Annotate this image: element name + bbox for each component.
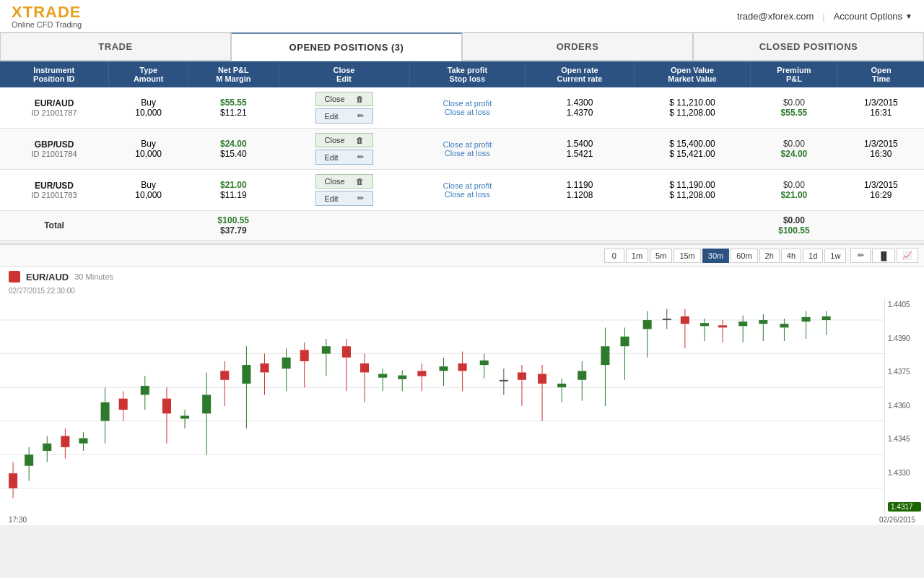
cell-rates: 1.1190 1.1208	[525, 170, 635, 211]
close-at-loss-link[interactable]: Close at loss	[416, 149, 519, 158]
logo: XTRADE Online CFD Trading	[12, 3, 82, 29]
chevron-down-icon: ▼	[905, 12, 912, 20]
table-row: EUR/USD ID 21001783 Buy 10,000 $21.00 $1…	[0, 170, 924, 211]
svg-rect-29	[141, 386, 149, 394]
draw-tool-button[interactable]: ✏	[850, 248, 871, 263]
table-header-row: InstrumentPosition ID TypeAmount Net P&L…	[0, 61, 924, 87]
col-pnl: Net P&LM Margin	[188, 61, 278, 87]
col-type: TypeAmount	[108, 61, 188, 87]
timeframe-15m-button[interactable]: 15m	[674, 249, 700, 263]
col-time: OpenTime	[838, 61, 924, 87]
chart-toolbar: 0 1m 5m 15m 30m 60m 2h 4h 1d 1w ✏ ▐▌ 📈	[0, 245, 924, 267]
svg-rect-82	[500, 380, 508, 381]
cell-tp-sl: Close at profit Close at loss	[410, 129, 525, 170]
close-at-profit-link[interactable]: Close at profit	[416, 99, 519, 108]
timeframe-4h-button[interactable]: 4h	[781, 249, 801, 263]
col-rates: Open rateCurrent rate	[525, 61, 635, 87]
timeframe-1d-button[interactable]: 1d	[803, 249, 823, 263]
cell-instrument: GBP/USD ID 21001784	[0, 129, 108, 170]
svg-rect-111	[700, 323, 709, 326]
timeframe-1w-button[interactable]: 1w	[824, 249, 846, 263]
chart-y-axis: 1.4405 1.4390 1.4375 1.4360 1.4345 1.433…	[884, 298, 924, 514]
timeframe-60m-button[interactable]: 60m	[731, 249, 757, 263]
svg-rect-91	[557, 384, 566, 387]
close-at-profit-link[interactable]: Close at profit	[416, 181, 519, 190]
pencil-icon: ✏	[357, 152, 364, 162]
logo-title: XTRADE	[12, 3, 82, 22]
total-label: Total	[0, 211, 108, 241]
chart-time-label: 17:30	[9, 516, 27, 524]
line-view-button[interactable]: 📈	[897, 248, 918, 263]
svg-rect-8	[9, 473, 17, 488]
cell-instrument: EUR/USD ID 21001783	[0, 170, 108, 211]
edit-button[interactable]: Edit ✏	[315, 108, 373, 124]
svg-rect-126	[802, 317, 811, 322]
timeframe-5m-button[interactable]: 5m	[650, 249, 672, 263]
svg-rect-97	[601, 346, 609, 365]
positions-table-area: InstrumentPosition ID TypeAmount Net P&L…	[0, 61, 924, 241]
edit-button[interactable]: Edit ✏	[315, 191, 373, 206]
svg-rect-68	[398, 376, 406, 379]
cell-actions: Close 🗑 Edit ✏	[278, 87, 409, 129]
tab-trade[interactable]: TRADE	[0, 33, 231, 61]
svg-rect-53	[300, 350, 309, 361]
svg-rect-41	[220, 371, 229, 379]
cell-type: Buy 10,000	[108, 170, 188, 211]
pencil-icon: ✏	[357, 194, 364, 203]
cell-tp-sl: Close at profit Close at loss	[410, 170, 525, 211]
svg-rect-59	[342, 346, 351, 358]
cell-values: $ 15,400.00 $ 15,421.00	[635, 129, 750, 170]
svg-rect-56	[322, 346, 331, 353]
svg-rect-11	[25, 454, 33, 466]
logo-x: X	[12, 3, 23, 21]
close-button[interactable]: Close 🗑	[315, 174, 373, 189]
svg-rect-71	[417, 371, 426, 376]
svg-rect-65	[378, 374, 387, 378]
chart-bottom: 17:30 02/26/2015	[0, 514, 924, 525]
cell-pnl: $24.00 $15.40	[188, 129, 278, 170]
close-at-loss-link[interactable]: Close at loss	[416, 108, 519, 116]
col-takeprofit: Take profitStop loss	[410, 61, 525, 87]
chart-canvas[interactable]	[0, 298, 884, 514]
svg-rect-117	[738, 322, 747, 326]
svg-rect-108	[681, 316, 689, 324]
svg-rect-35	[180, 415, 189, 418]
total-premium: $0.00 $100.55	[750, 211, 838, 241]
svg-rect-77	[458, 363, 467, 371]
svg-rect-38	[202, 394, 211, 413]
svg-rect-123	[780, 324, 788, 327]
timeframe-0-button[interactable]: 0	[604, 249, 624, 263]
timeframe-1m-button[interactable]: 1m	[626, 249, 648, 263]
col-values: Open ValueMarket Value	[635, 61, 750, 87]
edit-button[interactable]: Edit ✏	[315, 150, 373, 165]
timeframe-2h-button[interactable]: 2h	[759, 249, 780, 263]
close-button[interactable]: Close 🗑	[315, 133, 373, 147]
positions-table: InstrumentPosition ID TypeAmount Net P&L…	[0, 61, 924, 241]
cell-rates: 1.4300 1.4370	[525, 87, 635, 129]
cell-premium: $0.00 $24.00	[750, 129, 838, 170]
table-row: EUR/AUD ID 21001787 Buy 10,000 $55.55 $1…	[0, 87, 924, 129]
svg-rect-85	[518, 372, 526, 379]
total-pnl: $100.55 $37.79	[188, 211, 278, 241]
chart-header: EUR/AUD 30 Minutes	[0, 267, 924, 287]
candlestick-view-button[interactable]: ▐▌	[872, 249, 895, 263]
close-at-profit-link[interactable]: Close at profit	[416, 140, 519, 149]
svg-rect-14	[43, 444, 51, 451]
close-button[interactable]: Close 🗑	[315, 92, 373, 106]
user-email: trade@xforex.com	[737, 11, 814, 22]
svg-rect-80	[480, 361, 489, 365]
current-price-tag: 1.4317	[888, 502, 921, 512]
table-row: GBP/USD ID 21001784 Buy 10,000 $24.00 $1…	[0, 129, 924, 170]
cell-rates: 1.5400 1.5421	[525, 129, 635, 170]
account-options-button[interactable]: Account Options ▼	[834, 11, 912, 22]
timeframe-30m-button[interactable]: 30m	[702, 249, 729, 263]
tab-closed-positions[interactable]: CLOSED POSITIONS	[693, 33, 924, 61]
svg-rect-105	[663, 319, 671, 320]
tab-orders[interactable]: ORDERS	[462, 33, 693, 61]
tab-opened-positions[interactable]: OPENED POSITIONS (3)	[231, 33, 462, 61]
cell-type: Buy 10,000	[108, 87, 188, 129]
cell-premium: $0.00 $55.55	[750, 87, 838, 129]
close-at-loss-link[interactable]: Close at loss	[416, 190, 519, 199]
cell-time: 1/3/2015 16:30	[838, 129, 924, 170]
logo-trade: TRADE	[23, 3, 82, 21]
